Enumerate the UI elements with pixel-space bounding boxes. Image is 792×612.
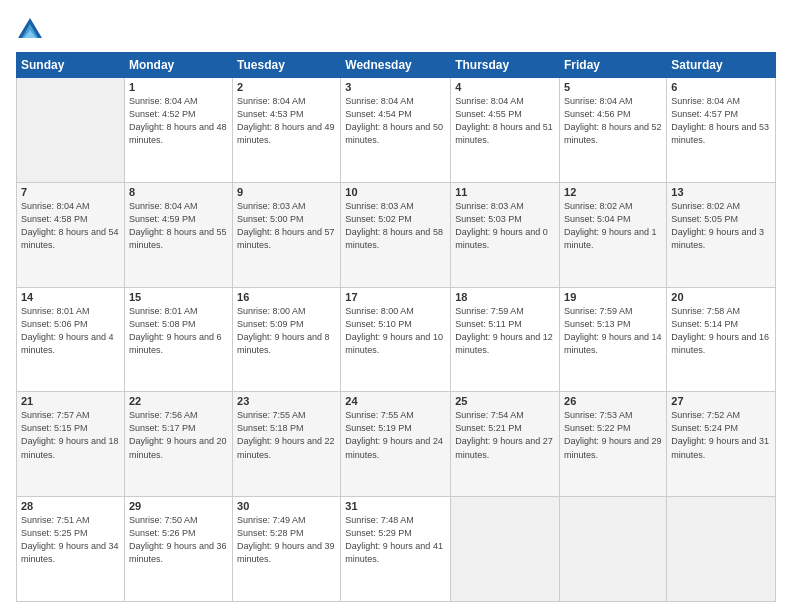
day-number: 22 — [129, 395, 228, 407]
day-number: 28 — [21, 500, 120, 512]
day-cell: 21Sunrise: 7:57 AMSunset: 5:15 PMDayligh… — [17, 392, 125, 497]
week-row-4: 21Sunrise: 7:57 AMSunset: 5:15 PMDayligh… — [17, 392, 776, 497]
day-info: Sunrise: 8:03 AMSunset: 5:02 PMDaylight:… — [345, 200, 446, 252]
day-info: Sunrise: 8:04 AMSunset: 4:58 PMDaylight:… — [21, 200, 120, 252]
day-cell: 16Sunrise: 8:00 AMSunset: 5:09 PMDayligh… — [233, 287, 341, 392]
day-info: Sunrise: 8:04 AMSunset: 4:55 PMDaylight:… — [455, 95, 555, 147]
day-info: Sunrise: 8:04 AMSunset: 4:53 PMDaylight:… — [237, 95, 336, 147]
header-cell-tuesday: Tuesday — [233, 53, 341, 78]
header — [16, 16, 776, 44]
week-row-3: 14Sunrise: 8:01 AMSunset: 5:06 PMDayligh… — [17, 287, 776, 392]
day-cell: 3Sunrise: 8:04 AMSunset: 4:54 PMDaylight… — [341, 78, 451, 183]
day-cell: 23Sunrise: 7:55 AMSunset: 5:18 PMDayligh… — [233, 392, 341, 497]
day-info: Sunrise: 8:01 AMSunset: 5:06 PMDaylight:… — [21, 305, 120, 357]
day-info: Sunrise: 7:58 AMSunset: 5:14 PMDaylight:… — [671, 305, 771, 357]
day-cell: 14Sunrise: 8:01 AMSunset: 5:06 PMDayligh… — [17, 287, 125, 392]
day-number: 8 — [129, 186, 228, 198]
header-row: SundayMondayTuesdayWednesdayThursdayFrid… — [17, 53, 776, 78]
day-info: Sunrise: 7:53 AMSunset: 5:22 PMDaylight:… — [564, 409, 662, 461]
day-cell: 8Sunrise: 8:04 AMSunset: 4:59 PMDaylight… — [124, 182, 232, 287]
day-info: Sunrise: 7:59 AMSunset: 5:11 PMDaylight:… — [455, 305, 555, 357]
day-info: Sunrise: 8:00 AMSunset: 5:10 PMDaylight:… — [345, 305, 446, 357]
day-number: 10 — [345, 186, 446, 198]
day-cell: 15Sunrise: 8:01 AMSunset: 5:08 PMDayligh… — [124, 287, 232, 392]
day-number: 5 — [564, 81, 662, 93]
day-cell: 7Sunrise: 8:04 AMSunset: 4:58 PMDaylight… — [17, 182, 125, 287]
day-number: 20 — [671, 291, 771, 303]
header-cell-saturday: Saturday — [667, 53, 776, 78]
day-info: Sunrise: 8:04 AMSunset: 4:57 PMDaylight:… — [671, 95, 771, 147]
day-cell: 1Sunrise: 8:04 AMSunset: 4:52 PMDaylight… — [124, 78, 232, 183]
day-number: 31 — [345, 500, 446, 512]
day-number: 11 — [455, 186, 555, 198]
day-number: 13 — [671, 186, 771, 198]
day-cell: 10Sunrise: 8:03 AMSunset: 5:02 PMDayligh… — [341, 182, 451, 287]
day-number: 6 — [671, 81, 771, 93]
day-cell: 18Sunrise: 7:59 AMSunset: 5:11 PMDayligh… — [451, 287, 560, 392]
day-info: Sunrise: 7:50 AMSunset: 5:26 PMDaylight:… — [129, 514, 228, 566]
day-number: 12 — [564, 186, 662, 198]
day-cell — [451, 497, 560, 602]
day-number: 26 — [564, 395, 662, 407]
day-info: Sunrise: 7:55 AMSunset: 5:18 PMDaylight:… — [237, 409, 336, 461]
day-cell: 2Sunrise: 8:04 AMSunset: 4:53 PMDaylight… — [233, 78, 341, 183]
day-cell: 30Sunrise: 7:49 AMSunset: 5:28 PMDayligh… — [233, 497, 341, 602]
day-info: Sunrise: 7:56 AMSunset: 5:17 PMDaylight:… — [129, 409, 228, 461]
calendar-page: SundayMondayTuesdayWednesdayThursdayFrid… — [0, 0, 792, 612]
day-number: 9 — [237, 186, 336, 198]
day-cell: 13Sunrise: 8:02 AMSunset: 5:05 PMDayligh… — [667, 182, 776, 287]
day-info: Sunrise: 8:04 AMSunset: 4:52 PMDaylight:… — [129, 95, 228, 147]
day-cell: 9Sunrise: 8:03 AMSunset: 5:00 PMDaylight… — [233, 182, 341, 287]
day-number: 2 — [237, 81, 336, 93]
day-info: Sunrise: 7:49 AMSunset: 5:28 PMDaylight:… — [237, 514, 336, 566]
day-info: Sunrise: 7:55 AMSunset: 5:19 PMDaylight:… — [345, 409, 446, 461]
day-cell: 17Sunrise: 8:00 AMSunset: 5:10 PMDayligh… — [341, 287, 451, 392]
day-cell: 20Sunrise: 7:58 AMSunset: 5:14 PMDayligh… — [667, 287, 776, 392]
header-cell-thursday: Thursday — [451, 53, 560, 78]
day-info: Sunrise: 7:51 AMSunset: 5:25 PMDaylight:… — [21, 514, 120, 566]
day-info: Sunrise: 7:54 AMSunset: 5:21 PMDaylight:… — [455, 409, 555, 461]
day-cell — [667, 497, 776, 602]
day-cell: 4Sunrise: 8:04 AMSunset: 4:55 PMDaylight… — [451, 78, 560, 183]
day-info: Sunrise: 8:02 AMSunset: 5:05 PMDaylight:… — [671, 200, 771, 252]
day-number: 30 — [237, 500, 336, 512]
day-info: Sunrise: 7:52 AMSunset: 5:24 PMDaylight:… — [671, 409, 771, 461]
day-info: Sunrise: 7:57 AMSunset: 5:15 PMDaylight:… — [21, 409, 120, 461]
day-number: 18 — [455, 291, 555, 303]
logo — [16, 16, 48, 44]
day-info: Sunrise: 8:01 AMSunset: 5:08 PMDaylight:… — [129, 305, 228, 357]
day-number: 4 — [455, 81, 555, 93]
day-number: 21 — [21, 395, 120, 407]
day-cell: 27Sunrise: 7:52 AMSunset: 5:24 PMDayligh… — [667, 392, 776, 497]
day-cell: 12Sunrise: 8:02 AMSunset: 5:04 PMDayligh… — [560, 182, 667, 287]
day-number: 25 — [455, 395, 555, 407]
header-cell-wednesday: Wednesday — [341, 53, 451, 78]
day-info: Sunrise: 8:04 AMSunset: 4:59 PMDaylight:… — [129, 200, 228, 252]
day-number: 24 — [345, 395, 446, 407]
day-cell: 22Sunrise: 7:56 AMSunset: 5:17 PMDayligh… — [124, 392, 232, 497]
header-cell-sunday: Sunday — [17, 53, 125, 78]
day-number: 3 — [345, 81, 446, 93]
day-info: Sunrise: 7:59 AMSunset: 5:13 PMDaylight:… — [564, 305, 662, 357]
day-cell: 25Sunrise: 7:54 AMSunset: 5:21 PMDayligh… — [451, 392, 560, 497]
day-cell — [17, 78, 125, 183]
day-cell: 11Sunrise: 8:03 AMSunset: 5:03 PMDayligh… — [451, 182, 560, 287]
day-cell: 29Sunrise: 7:50 AMSunset: 5:26 PMDayligh… — [124, 497, 232, 602]
day-cell: 31Sunrise: 7:48 AMSunset: 5:29 PMDayligh… — [341, 497, 451, 602]
calendar-table: SundayMondayTuesdayWednesdayThursdayFrid… — [16, 52, 776, 602]
day-number: 19 — [564, 291, 662, 303]
day-info: Sunrise: 8:04 AMSunset: 4:56 PMDaylight:… — [564, 95, 662, 147]
day-info: Sunrise: 8:04 AMSunset: 4:54 PMDaylight:… — [345, 95, 446, 147]
day-number: 15 — [129, 291, 228, 303]
day-cell: 6Sunrise: 8:04 AMSunset: 4:57 PMDaylight… — [667, 78, 776, 183]
week-row-5: 28Sunrise: 7:51 AMSunset: 5:25 PMDayligh… — [17, 497, 776, 602]
day-cell: 5Sunrise: 8:04 AMSunset: 4:56 PMDaylight… — [560, 78, 667, 183]
day-cell: 28Sunrise: 7:51 AMSunset: 5:25 PMDayligh… — [17, 497, 125, 602]
day-number: 1 — [129, 81, 228, 93]
day-number: 29 — [129, 500, 228, 512]
logo-icon — [16, 16, 44, 44]
day-info: Sunrise: 8:00 AMSunset: 5:09 PMDaylight:… — [237, 305, 336, 357]
week-row-1: 1Sunrise: 8:04 AMSunset: 4:52 PMDaylight… — [17, 78, 776, 183]
day-info: Sunrise: 8:03 AMSunset: 5:00 PMDaylight:… — [237, 200, 336, 252]
day-number: 7 — [21, 186, 120, 198]
